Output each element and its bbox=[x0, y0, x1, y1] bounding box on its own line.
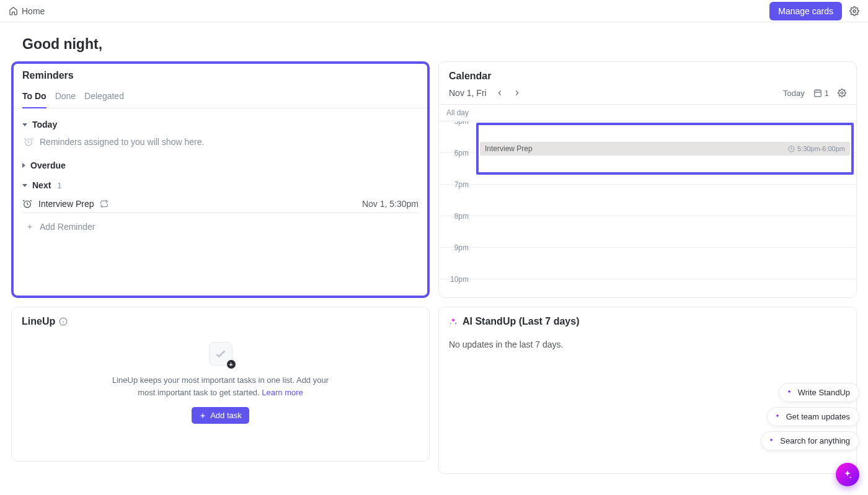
lineup-card: LineUp + LineUp keeps your most importan… bbox=[11, 307, 430, 462]
chevron-down-icon bbox=[22, 184, 27, 187]
calendar-icon bbox=[813, 89, 822, 97]
reminders-title: Reminders bbox=[14, 64, 427, 86]
lineup-empty-icon: + bbox=[209, 342, 232, 366]
chevron-down-icon bbox=[22, 123, 27, 126]
reminders-card: Reminders To Do Done Delegated Today Rem… bbox=[11, 61, 430, 298]
time-label: 10pm bbox=[439, 275, 475, 292]
allday-body[interactable] bbox=[475, 105, 856, 118]
calendar-settings-icon[interactable] bbox=[838, 89, 846, 97]
alarm-icon bbox=[22, 199, 32, 209]
allday-row: All day bbox=[439, 105, 856, 121]
info-icon[interactable] bbox=[59, 317, 68, 326]
home-label: Home bbox=[22, 6, 45, 16]
sparkle-icon bbox=[786, 389, 793, 396]
check-icon bbox=[214, 347, 228, 361]
section-today-label: Today bbox=[32, 120, 57, 129]
quick-actions: Write StandUp Get team updates Search fo… bbox=[761, 383, 859, 450]
add-task-label: Add task bbox=[210, 411, 242, 420]
section-next-label: Next bbox=[32, 180, 51, 190]
plus-icon bbox=[199, 412, 206, 419]
add-task-button[interactable]: Add task bbox=[192, 407, 249, 424]
tab-todo[interactable]: To Do bbox=[22, 86, 46, 108]
time-label: 7pm bbox=[439, 180, 475, 211]
plus-icon bbox=[26, 223, 33, 230]
timeline[interactable]: 5pm 6pm 7pm 8pm 9pm 10pm Interview Prep … bbox=[439, 121, 856, 292]
day-view-indicator[interactable]: 1 bbox=[813, 89, 829, 98]
reminders-tabs: To Do Done Delegated bbox=[14, 86, 427, 108]
lineup-title-row: LineUp bbox=[12, 307, 429, 333]
lineup-title: LineUp bbox=[22, 316, 55, 327]
event-time: 5:30pm-6:00pm bbox=[797, 145, 845, 152]
section-next[interactable]: Next 1 bbox=[22, 175, 418, 195]
ai-fab-button[interactable] bbox=[836, 463, 859, 486]
sparkle-icon bbox=[449, 317, 458, 326]
greeting: Good night, bbox=[0, 22, 868, 61]
gear-icon[interactable] bbox=[849, 6, 859, 16]
today-button[interactable]: Today bbox=[783, 89, 805, 98]
section-overdue-label: Overdue bbox=[30, 160, 66, 170]
lineup-body: + LineUp keeps your most important tasks… bbox=[12, 333, 429, 424]
pill-label: Write StandUp bbox=[798, 388, 850, 397]
reminders-body: Today Reminders assigned to you will sho… bbox=[14, 108, 427, 238]
time-label: 6pm bbox=[439, 149, 475, 180]
topbar: Home Manage cards bbox=[0, 0, 868, 22]
add-reminder-label: Add Reminder bbox=[40, 222, 95, 232]
prev-day-button[interactable] bbox=[495, 89, 504, 97]
lineup-desc: LineUp keeps your most important tasks i… bbox=[109, 374, 332, 398]
sparkle-icon bbox=[843, 470, 852, 480]
reminder-title: Interview Prep bbox=[38, 199, 94, 209]
today-empty: Reminders assigned to you will show here… bbox=[22, 134, 418, 156]
add-reminder-button[interactable]: Add Reminder bbox=[22, 216, 418, 232]
tab-delegated[interactable]: Delegated bbox=[84, 86, 124, 108]
next-count: 1 bbox=[57, 181, 61, 190]
sparkle-icon bbox=[774, 413, 781, 421]
section-overdue[interactable]: Overdue bbox=[22, 156, 418, 175]
calendar-date: Nov 1, Fri bbox=[449, 88, 487, 98]
calendar-card: Calendar Nov 1, Fri Today 1 All day 5pm bbox=[438, 61, 857, 298]
allday-label: All day bbox=[439, 105, 475, 121]
svg-point-4 bbox=[841, 92, 843, 94]
next-day-button[interactable] bbox=[513, 89, 521, 97]
learn-more-link[interactable]: Learn more bbox=[262, 388, 303, 397]
pill-label: Get team updates bbox=[786, 412, 850, 421]
pill-label: Search for anything bbox=[780, 436, 850, 445]
calendar-title: Calendar bbox=[439, 62, 856, 88]
time-label: 5pm bbox=[439, 121, 475, 148]
search-anything-button[interactable]: Search for anything bbox=[761, 431, 859, 450]
standup-title-row: AI StandUp (Last 7 days) bbox=[439, 307, 856, 333]
reminder-item[interactable]: Interview Prep Nov 1, 5:30pm bbox=[22, 195, 418, 213]
recurring-icon bbox=[100, 199, 108, 208]
home-icon bbox=[9, 6, 18, 15]
dashboard-grid: Reminders To Do Done Delegated Today Rem… bbox=[0, 61, 868, 474]
clock-icon bbox=[788, 146, 795, 152]
calendar-event[interactable]: Interview Prep 5:30pm-6:00pm bbox=[480, 142, 850, 156]
breadcrumb[interactable]: Home bbox=[9, 6, 45, 16]
chevron-right-icon bbox=[22, 163, 25, 168]
topbar-actions: Manage cards bbox=[769, 2, 859, 20]
manage-cards-button[interactable]: Manage cards bbox=[769, 2, 842, 20]
standup-title: AI StandUp (Last 7 days) bbox=[463, 316, 579, 327]
write-standup-button[interactable]: Write StandUp bbox=[779, 383, 859, 402]
time-label: 9pm bbox=[439, 243, 475, 274]
tab-done[interactable]: Done bbox=[55, 86, 76, 108]
svg-rect-3 bbox=[815, 90, 822, 97]
today-empty-text: Reminders assigned to you will show here… bbox=[40, 137, 204, 147]
standup-body: No updates in the last 7 days. bbox=[439, 333, 856, 356]
alarm-icon bbox=[24, 137, 33, 147]
reminder-due: Nov 1, 5:30pm bbox=[362, 199, 418, 209]
sparkle-icon bbox=[768, 437, 775, 445]
get-team-updates-button[interactable]: Get team updates bbox=[767, 407, 859, 426]
day-count: 1 bbox=[825, 89, 829, 98]
time-label: 8pm bbox=[439, 212, 475, 243]
section-today[interactable]: Today bbox=[22, 115, 418, 134]
calendar-header: Nov 1, Fri Today 1 bbox=[439, 88, 856, 105]
plus-badge-icon: + bbox=[227, 360, 236, 369]
svg-point-0 bbox=[853, 10, 856, 12]
event-title: Interview Prep bbox=[485, 144, 533, 153]
